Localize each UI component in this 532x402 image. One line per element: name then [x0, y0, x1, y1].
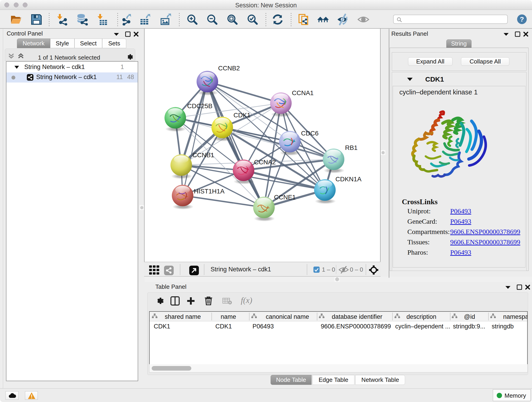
svg-text:CDK1: CDK1	[234, 112, 251, 119]
svg-text:CCNE1: CCNE1	[274, 194, 296, 201]
svg-text:CDKN1A: CDKN1A	[336, 176, 361, 183]
svg-text:CCNB1: CCNB1	[192, 152, 214, 159]
svg-text:RB1: RB1	[345, 144, 357, 151]
svg-text:CDC25B: CDC25B	[187, 102, 212, 109]
svg-text:CCNB2: CCNB2	[218, 65, 240, 72]
svg-text:CCNA1: CCNA1	[292, 89, 314, 96]
svg-text:?: ?	[520, 15, 524, 23]
svg-text:CDC6: CDC6	[301, 130, 318, 137]
svg-text:CCNA2: CCNA2	[254, 159, 276, 166]
svg-text:HIST1H1A: HIST1H1A	[194, 188, 225, 195]
